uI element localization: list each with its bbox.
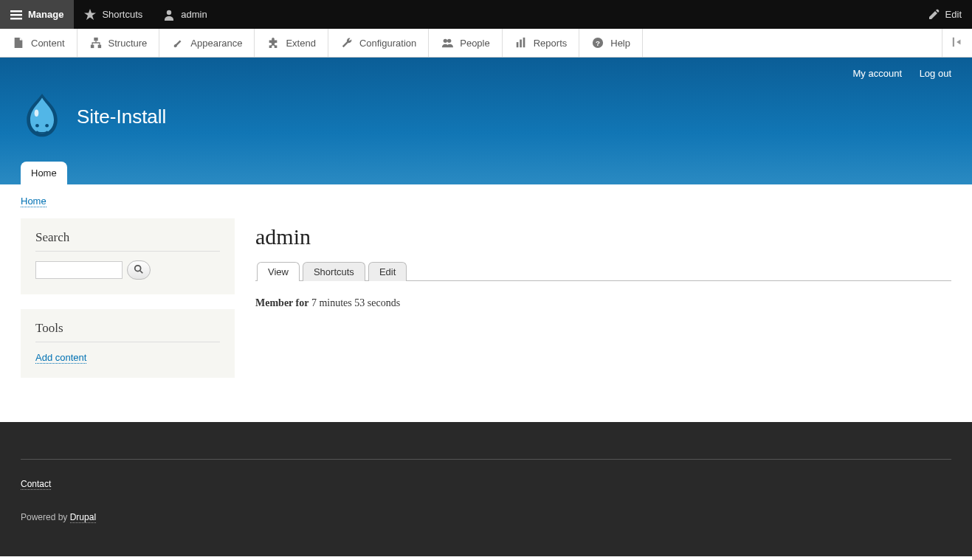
svg-point-17 [35,124,39,128]
toolbar-edit[interactable]: Edit [917,0,972,29]
svg-rect-6 [90,45,93,48]
tools-block-title: Tools [35,321,220,342]
powered-by: Powered by Drupal [21,512,951,522]
main-content: admin View Shortcuts Edit Member for 7 m… [255,218,951,393]
toolbar-manage[interactable]: Manage [0,0,74,29]
menu-structure-label: Structure [108,38,148,49]
svg-point-4 [167,10,171,14]
member-for: Member for 7 minutes 53 seconds [255,297,951,309]
menu-configuration-label: Configuration [359,38,416,49]
svg-point-9 [447,39,451,43]
collapse-left-icon [951,36,963,50]
menu-orientation-toggle[interactable] [942,29,972,57]
user-links: My account Log out [21,58,951,79]
puzzle-icon [266,36,280,49]
menu-configuration[interactable]: Configuration [328,29,429,57]
branding: Site-Install [21,79,951,162]
search-icon [134,264,144,277]
admin-menu: Content Structure Appearance Extend Conf… [0,29,972,58]
toolbar-shortcuts-label: Shortcuts [102,9,142,20]
nav-home[interactable]: Home [21,162,67,184]
svg-rect-15 [953,37,954,46]
document-icon [12,36,25,49]
member-for-value: 7 minutes 53 seconds [311,297,400,308]
member-for-label: Member for [255,297,309,308]
svg-text:?: ? [596,39,600,47]
breadcrumb: Home [0,184,972,207]
menu-content-label: Content [31,38,65,49]
help-icon: ? [591,36,604,49]
page-body: Search Tools Add content admin View Shor… [0,207,972,422]
tab-view[interactable]: View [257,262,300,281]
svg-rect-10 [516,42,518,47]
site-name[interactable]: Site-Install [77,106,166,128]
wrench-icon [340,36,354,49]
add-content-link[interactable]: Add content [35,352,86,364]
menu-extend[interactable]: Extend [255,29,328,57]
toolbar-manage-label: Manage [28,9,63,20]
menu-reports[interactable]: Reports [503,29,580,57]
svg-rect-2 [10,18,22,20]
svg-rect-0 [10,10,22,13]
svg-line-20 [140,270,143,273]
menu-appearance-label: Appearance [190,38,242,49]
search-block: Search [21,218,235,294]
toolbar-user-label: admin [181,9,207,20]
user-icon [163,9,175,21]
footer: Contact Powered by Drupal [0,422,972,556]
logout-link[interactable]: Log out [920,68,951,79]
page-title: admin [255,224,951,249]
admin-toolbar: Manage Shortcuts admin Edit [0,0,972,29]
drupal-logo-icon [21,92,63,141]
my-account-link[interactable]: My account [853,68,902,79]
svg-point-16 [35,110,39,117]
svg-point-18 [45,124,49,128]
menu-help-label: Help [610,38,630,49]
menu-extend-label: Extend [286,38,315,49]
bar-chart-icon [514,36,528,49]
svg-point-19 [135,265,141,271]
paintbrush-icon [171,36,185,49]
hierarchy-icon [89,36,103,49]
svg-rect-11 [520,40,522,48]
toolbar-spacer [218,0,917,29]
search-input[interactable] [35,261,123,279]
tab-edit[interactable]: Edit [368,262,407,281]
menu-content[interactable]: Content [0,29,77,57]
footer-contact-link[interactable]: Contact [21,479,51,490]
toolbar-shortcuts[interactable]: Shortcuts [74,0,153,29]
svg-rect-12 [523,38,525,47]
toolbar-user[interactable]: admin [153,0,217,29]
footer-divider [21,459,951,460]
search-block-title: Search [35,230,220,252]
site-header: My account Log out Site-Install Home [0,58,972,184]
breadcrumb-home[interactable]: Home [21,196,46,207]
primary-nav: Home [21,162,951,184]
svg-point-8 [444,39,447,43]
svg-rect-7 [97,45,100,48]
menu-reports-label: Reports [534,38,568,49]
star-icon [84,9,96,21]
toolbar-edit-label: Edit [945,9,962,20]
sidebar: Search Tools Add content [21,218,235,393]
menu-people-label: People [460,38,489,49]
menu-appearance[interactable]: Appearance [159,29,255,57]
menu-structure[interactable]: Structure [77,29,160,57]
people-icon [441,36,454,49]
search-button[interactable] [127,260,151,280]
tools-block: Tools Add content [21,309,235,378]
pencil-icon [928,9,940,21]
menu-help[interactable]: ? Help [579,29,643,57]
hamburger-icon [10,9,22,21]
tab-shortcuts[interactable]: Shortcuts [303,262,365,281]
local-tabs: View Shortcuts Edit [255,261,951,281]
svg-rect-5 [94,38,97,41]
menu-people[interactable]: People [429,29,502,57]
powered-by-prefix: Powered by [21,512,70,522]
svg-marker-3 [84,9,96,20]
powered-by-link[interactable]: Drupal [70,512,96,523]
svg-rect-1 [10,14,22,16]
